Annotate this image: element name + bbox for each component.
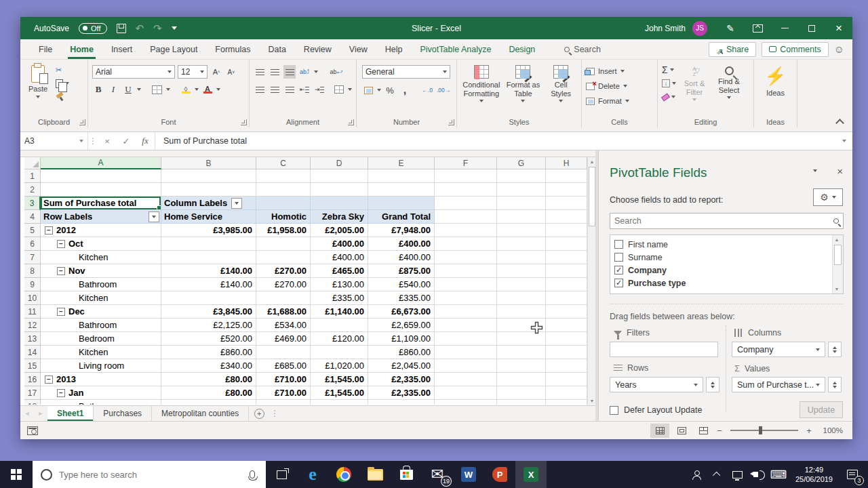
tab-view[interactable]: View (340, 39, 376, 59)
scroll-down-icon[interactable]: ▼ (588, 396, 595, 405)
row-header-12[interactable]: 12 (24, 319, 41, 332)
cell-C12[interactable]: £534.00 (256, 319, 311, 332)
cell-A17[interactable]: −Jan (41, 386, 161, 400)
align-middle-icon[interactable] (269, 65, 281, 79)
cancel-entry-icon[interactable]: × (98, 132, 117, 150)
cell-B18[interactable] (161, 400, 256, 405)
cell-G16[interactable] (497, 373, 546, 386)
cell-F7[interactable] (435, 251, 497, 264)
cell-C9[interactable]: £270.00 (256, 278, 311, 291)
cell-C3[interactable] (256, 197, 311, 210)
collapse-icon[interactable]: − (57, 389, 65, 397)
cell-B4[interactable]: Home Service (161, 210, 256, 224)
customize-qat-icon[interactable] (172, 26, 177, 30)
feedback-smiley-icon[interactable]: ☺ (834, 43, 844, 55)
cell-H4[interactable] (546, 210, 587, 224)
cell-C15[interactable]: £685.00 (256, 359, 311, 373)
column-labels-filter-icon[interactable] (231, 198, 242, 209)
expand-formula-bar-icon[interactable] (836, 132, 852, 150)
conditional-formatting-button[interactable]: Conditional Formatting (460, 60, 502, 115)
cell-F18[interactable] (435, 400, 497, 405)
format-painter-button[interactable] (56, 91, 69, 103)
tab-help[interactable]: Help (376, 39, 412, 59)
field-checkbox-surname[interactable] (614, 253, 623, 262)
row-header-16[interactable]: 16 (24, 373, 41, 386)
cell-F3[interactable] (435, 197, 497, 210)
scroll-up-icon[interactable]: ▲ (588, 157, 595, 166)
sheet-tab-purchases[interactable]: Purchases (94, 406, 152, 421)
cell-D10[interactable]: £335.00 (311, 291, 368, 305)
alignment-dialog-launcher-icon[interactable] (348, 119, 354, 125)
cell-E16[interactable]: £2,335.00 (368, 373, 435, 386)
decrease-font-icon[interactable]: A˅ (225, 65, 237, 79)
merge-center-icon[interactable] (333, 83, 345, 96)
cell-E9[interactable]: £540.00 (368, 278, 435, 291)
clear-button[interactable] (662, 91, 676, 103)
field-item-company[interactable]: ✓Company (614, 264, 843, 277)
col-header-F[interactable]: F (435, 157, 497, 169)
cell-D1[interactable] (311, 169, 368, 183)
cell-B2[interactable] (161, 183, 256, 197)
cell-G6[interactable] (497, 237, 546, 251)
collapse-icon[interactable]: − (45, 375, 53, 384)
find-select-button[interactable]: Find & Select (713, 60, 745, 115)
user-name[interactable]: John Smith (645, 24, 686, 33)
cut-button[interactable]: ✂ (56, 64, 69, 76)
tab-formulas[interactable]: Formulas (206, 39, 259, 59)
avatar[interactable]: JS (692, 21, 707, 36)
values-spinner[interactable] (828, 377, 842, 392)
cell-D13[interactable]: £120.00 (311, 332, 368, 346)
field-item-first-name[interactable]: First name (614, 238, 843, 251)
fields-scroll-thumb[interactable] (834, 245, 842, 265)
cell-F16[interactable] (435, 373, 497, 386)
cell-C10[interactable] (256, 291, 311, 305)
cell-A15[interactable]: Living room (41, 359, 161, 373)
cell-D17[interactable]: £1,545.00 (311, 386, 368, 400)
cell-E11[interactable]: £6,673.00 (368, 305, 435, 319)
field-item-purchase-type[interactable]: ✓Purchase type (614, 277, 843, 289)
formula-bar-splitter[interactable]: ⋮ (88, 132, 98, 150)
cell-D5[interactable]: £2,005.00 (311, 224, 368, 237)
rows-field-chip[interactable]: Years (610, 377, 703, 392)
taskbar-search[interactable] (33, 461, 266, 488)
cell-A9[interactable]: Bathroom (41, 278, 161, 291)
sheet-nav-right-icon[interactable]: ► (34, 406, 47, 421)
cell-E1[interactable] (368, 169, 435, 183)
cell-C2[interactable] (256, 183, 311, 197)
copy-button[interactable] (56, 77, 69, 89)
confirm-entry-icon[interactable]: ✓ (117, 132, 136, 150)
undo-icon[interactable]: ↶ (136, 22, 144, 35)
cell-D14[interactable] (311, 346, 368, 359)
cell-D9[interactable]: £130.00 (311, 278, 368, 291)
bold-button[interactable]: B (92, 83, 104, 96)
cell-G11[interactable] (497, 305, 546, 319)
align-bottom-icon[interactable] (283, 65, 296, 79)
panel-options-icon[interactable] (813, 169, 817, 172)
cell-C8[interactable]: £270.00 (256, 264, 311, 278)
cell-G1[interactable] (497, 169, 546, 183)
collapse-icon[interactable]: − (57, 267, 65, 275)
cell-A18[interactable]: Bathroom (41, 400, 161, 405)
taskbar-app-word[interactable]: W (453, 461, 484, 488)
decrease-decimal-icon[interactable]: .00→ (436, 83, 451, 97)
cell-A14[interactable]: Kitchen (41, 346, 161, 359)
cell-E15[interactable]: £2,045.00 (368, 359, 435, 373)
cell-B6[interactable] (161, 237, 256, 251)
cell-B10[interactable] (161, 291, 256, 305)
comments-button[interactable]: Comments (762, 42, 828, 57)
ideas-button[interactable]: ⚡ Ideas (754, 60, 797, 115)
cell-C1[interactable] (256, 169, 311, 183)
clock[interactable]: 12:49 25/06/2019 (790, 465, 838, 485)
cell-G5[interactable] (497, 224, 546, 237)
cell-C6[interactable] (256, 237, 311, 251)
cell-A16[interactable]: −2013 (41, 373, 161, 386)
row-header-14[interactable]: 14 (24, 346, 41, 359)
cell-H18[interactable] (546, 400, 587, 405)
cell-A11[interactable]: −Dec (41, 305, 161, 319)
cell-F1[interactable] (435, 169, 497, 183)
cell-H8[interactable] (546, 264, 587, 278)
cell-E6[interactable]: £400.00 (368, 237, 435, 251)
cell-E17[interactable]: £2,335.00 (368, 386, 435, 400)
cell-F4[interactable] (435, 210, 497, 224)
tab-file[interactable]: File (30, 39, 61, 59)
